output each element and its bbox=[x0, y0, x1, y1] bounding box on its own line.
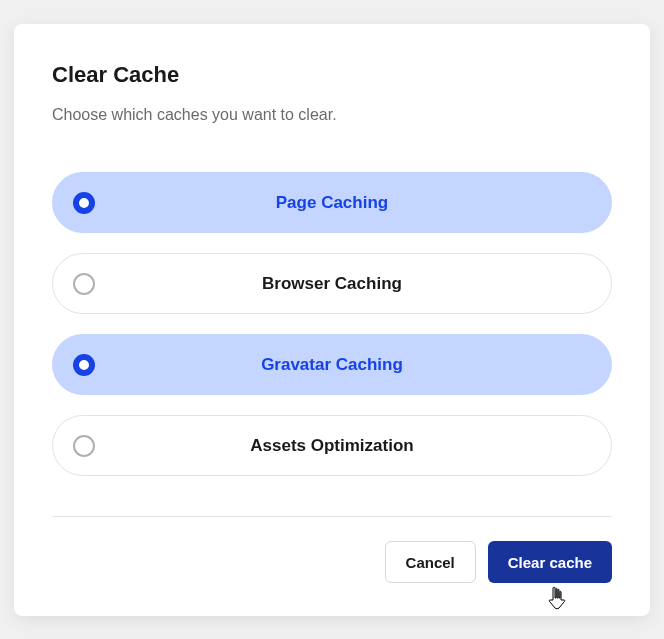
radio-icon bbox=[73, 354, 95, 376]
modal-footer: Cancel Clear cache bbox=[52, 517, 612, 607]
option-label: Assets Optimization bbox=[95, 436, 591, 456]
modal-subtitle: Choose which caches you want to clear. bbox=[52, 106, 612, 124]
radio-icon bbox=[73, 273, 95, 295]
option-label: Browser Caching bbox=[95, 274, 591, 294]
modal-title: Clear Cache bbox=[52, 62, 612, 88]
radio-icon bbox=[73, 192, 95, 214]
option-assets-optimization[interactable]: Assets Optimization bbox=[52, 415, 612, 476]
option-label: Gravatar Caching bbox=[95, 355, 591, 375]
cache-options-list: Page Caching Browser Caching Gravatar Ca… bbox=[52, 172, 612, 476]
option-page-caching[interactable]: Page Caching bbox=[52, 172, 612, 233]
clear-cache-button[interactable]: Clear cache bbox=[488, 541, 612, 583]
option-label: Page Caching bbox=[95, 193, 591, 213]
clear-cache-modal: Clear Cache Choose which caches you want… bbox=[14, 24, 650, 616]
option-gravatar-caching[interactable]: Gravatar Caching bbox=[52, 334, 612, 395]
radio-icon bbox=[73, 435, 95, 457]
option-browser-caching[interactable]: Browser Caching bbox=[52, 253, 612, 314]
cancel-button[interactable]: Cancel bbox=[385, 541, 476, 583]
